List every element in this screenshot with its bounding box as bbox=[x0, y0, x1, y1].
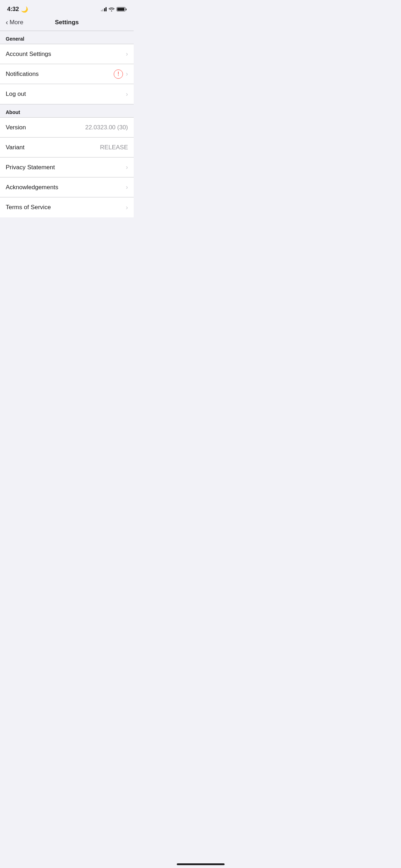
list-section-about: Version22.0323.00 (30)VariantRELEASEPriv… bbox=[0, 118, 134, 217]
moon-icon: 🌙 bbox=[21, 6, 28, 13]
list-item-right-account-settings: › bbox=[126, 50, 128, 58]
signal-bars-icon bbox=[101, 7, 107, 11]
list-item-right-version: 22.0323.00 (30) bbox=[85, 124, 128, 131]
list-item-label-logout: Log out bbox=[6, 91, 26, 98]
section-header-about: About bbox=[0, 104, 134, 118]
nav-bar: ‹ More Settings bbox=[0, 16, 134, 31]
list-item-privacy-statement[interactable]: Privacy Statement› bbox=[0, 157, 134, 177]
chevron-right-icon: › bbox=[126, 164, 128, 171]
list-item-right-privacy-statement: › bbox=[126, 164, 128, 171]
status-icons bbox=[101, 7, 127, 11]
list-item-label-account-settings: Account Settings bbox=[6, 51, 51, 58]
chevron-right-icon: › bbox=[126, 70, 128, 78]
list-item-right-acknowledgements: › bbox=[126, 184, 128, 191]
list-item-version: Version22.0323.00 (30) bbox=[0, 118, 134, 138]
list-item-variant: VariantRELEASE bbox=[0, 138, 134, 157]
list-item-notifications[interactable]: Notifications!› bbox=[0, 64, 134, 84]
status-bar: 4:32 🌙 bbox=[0, 0, 134, 16]
list-item-label-terms-of-service: Terms of Service bbox=[6, 204, 51, 211]
chevron-right-icon: › bbox=[126, 204, 128, 211]
back-label: More bbox=[10, 19, 24, 26]
list-item-logout[interactable]: Log out› bbox=[0, 84, 134, 104]
chevron-right-icon: › bbox=[126, 184, 128, 191]
list-item-acknowledgements[interactable]: Acknowledgements› bbox=[0, 177, 134, 197]
section-header-general: General bbox=[0, 31, 134, 44]
battery-icon bbox=[117, 7, 127, 11]
list-item-label-version: Version bbox=[6, 124, 26, 131]
list-item-label-privacy-statement: Privacy Statement bbox=[6, 164, 55, 171]
status-time: 4:32 bbox=[7, 6, 19, 13]
settings-content: GeneralAccount Settings›Notifications!›L… bbox=[0, 31, 134, 217]
chevron-right-icon: › bbox=[126, 91, 128, 98]
list-item-right-terms-of-service: › bbox=[126, 204, 128, 211]
list-section-general: Account Settings›Notifications!›Log out› bbox=[0, 44, 134, 104]
page-title: Settings bbox=[55, 19, 79, 26]
list-item-value-version: 22.0323.00 (30) bbox=[85, 124, 128, 131]
list-item-right-notifications: !› bbox=[114, 69, 128, 79]
list-item-right-logout: › bbox=[126, 91, 128, 98]
list-item-label-variant: Variant bbox=[6, 144, 25, 151]
chevron-left-icon: ‹ bbox=[6, 18, 8, 26]
list-item-account-settings[interactable]: Account Settings› bbox=[0, 44, 134, 64]
list-item-right-variant: RELEASE bbox=[100, 144, 128, 151]
list-item-value-variant: RELEASE bbox=[100, 144, 128, 151]
alert-icon: ! bbox=[114, 69, 123, 79]
wifi-icon bbox=[109, 7, 114, 11]
list-item-terms-of-service[interactable]: Terms of Service› bbox=[0, 197, 134, 217]
back-button[interactable]: ‹ More bbox=[6, 19, 23, 26]
list-item-label-acknowledgements: Acknowledgements bbox=[6, 184, 58, 191]
list-item-label-notifications: Notifications bbox=[6, 71, 39, 78]
chevron-right-icon: › bbox=[126, 50, 128, 58]
